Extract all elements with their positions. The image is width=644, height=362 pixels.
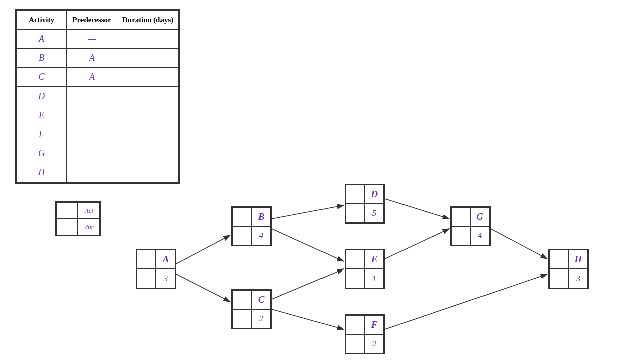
pred-cell-7 — [67, 163, 117, 183]
node-H-bl — [549, 269, 569, 288]
table-row: D — [17, 87, 179, 106]
activity-table: Activity Predecessor Duration (days) A —… — [15, 9, 180, 184]
table-row: E — [17, 106, 179, 125]
node-D: D 5 — [345, 184, 385, 224]
activity-cell-4: E — [17, 106, 67, 125]
svg-line-1 — [176, 235, 230, 264]
activity-cell-2: C — [17, 68, 67, 87]
table-row: C A — [17, 68, 179, 87]
node-H: H 3 — [548, 249, 589, 289]
node-G-label: G — [470, 207, 490, 226]
node-D-tl — [346, 185, 365, 204]
node-H-tl — [549, 250, 569, 269]
node-E-bl — [346, 269, 365, 288]
node-B-label: B — [252, 207, 271, 226]
node-F-duration: 2 — [365, 334, 384, 353]
node-B-bl — [232, 226, 252, 245]
node-H-label: H — [569, 250, 588, 269]
col-header-duration: Duration (days) — [117, 11, 179, 30]
node-G-tl — [451, 207, 470, 226]
svg-line-2 — [176, 274, 230, 302]
activity-cell-0: A — [17, 30, 67, 49]
node-B-tl — [232, 207, 252, 226]
duration-cell-2 — [117, 68, 179, 87]
activity-cell-7: H — [17, 163, 67, 183]
table-row: A — — [17, 30, 179, 49]
duration-cell-7 — [117, 163, 179, 183]
node-E-duration: 1 — [365, 269, 384, 288]
pred-cell-0: — — [67, 30, 117, 49]
node-G-duration: 4 — [470, 226, 490, 245]
pred-cell-3 — [67, 87, 117, 106]
legend-label: Act — [78, 202, 100, 219]
activity-cell-6: G — [17, 144, 67, 163]
node-A-tl — [137, 250, 156, 269]
legend-empty-bl — [56, 219, 78, 235]
node-A-label: A — [156, 250, 175, 269]
node-B-duration: 4 — [252, 226, 271, 245]
table-row: G — [17, 144, 179, 163]
node-A-duration: 3 — [156, 269, 175, 288]
node-D-duration: 5 — [365, 204, 384, 223]
svg-line-8 — [385, 229, 449, 259]
svg-line-5 — [272, 269, 344, 299]
svg-line-9 — [491, 229, 547, 259]
pred-cell-1: A — [67, 49, 117, 68]
pred-cell-6 — [67, 144, 117, 163]
pred-cell-2: A — [67, 68, 117, 87]
pred-cell-4 — [67, 106, 117, 125]
node-G: G 4 — [450, 206, 491, 246]
node-C-label: C — [252, 290, 271, 309]
node-C: C 2 — [231, 289, 272, 329]
svg-line-3 — [272, 205, 344, 219]
pred-cell-5 — [67, 125, 117, 144]
node-A-bl — [137, 269, 156, 288]
activity-cell-3: D — [17, 87, 67, 106]
svg-line-4 — [272, 229, 344, 261]
node-F-label: F — [365, 315, 384, 334]
duration-cell-1 — [117, 49, 179, 68]
node-C-duration: 2 — [252, 309, 271, 328]
node-F-tl — [346, 315, 365, 334]
table-row: B A — [17, 49, 179, 68]
node-C-tl — [232, 290, 252, 309]
table-row: H — [17, 163, 179, 183]
duration-cell-6 — [117, 144, 179, 163]
col-header-activity: Activity — [17, 11, 67, 30]
duration-cell-5 — [117, 125, 179, 144]
legend-empty-tl — [56, 202, 78, 219]
node-D-label: D — [365, 185, 384, 204]
node-D-bl — [346, 204, 365, 223]
node-G-bl — [451, 226, 470, 245]
svg-line-10 — [385, 274, 547, 329]
node-F-bl — [346, 334, 365, 353]
svg-line-7 — [385, 199, 449, 219]
node-H-duration: 3 — [569, 269, 588, 288]
legend-node: Act dur — [55, 201, 101, 236]
node-F: F 2 — [345, 314, 385, 354]
duration-cell-3 — [117, 87, 179, 106]
activity-cell-1: B — [17, 49, 67, 68]
col-header-predecessor: Predecessor — [67, 11, 117, 30]
legend-duration: dur — [78, 219, 100, 235]
node-E: E 1 — [345, 249, 385, 289]
activity-cell-5: F — [17, 125, 67, 144]
svg-line-6 — [272, 309, 344, 329]
node-B: B 4 — [231, 206, 272, 246]
node-E-tl — [346, 250, 365, 269]
duration-cell-4 — [117, 106, 179, 125]
table-row: F — [17, 125, 179, 144]
node-A: A 3 — [136, 249, 176, 289]
node-C-bl — [232, 309, 252, 328]
duration-cell-0 — [117, 30, 179, 49]
node-E-label: E — [365, 250, 384, 269]
